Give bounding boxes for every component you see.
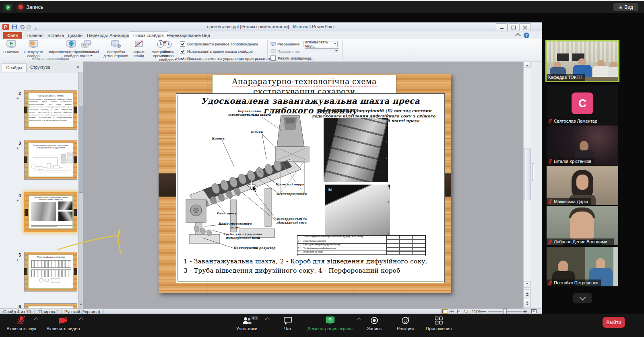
start-video-label: Включить видео [46, 326, 80, 331]
participant-video-svyatoslav[interactable]: C Святослав Лементар [547, 85, 618, 125]
slide-canvas[interactable]: Апараратурно-технологічна схема екстрагу… [159, 74, 451, 293]
participant-name: Кафедра ТОКТП [547, 74, 585, 81]
minimize-ribbon-icon[interactable] [515, 33, 521, 39]
tab-outline[interactable]: Структура [27, 63, 54, 71]
muted-mic-icon [548, 119, 552, 123]
participant-video-lobanov[interactable]: Лобанов Денис Володими... [547, 206, 618, 245]
show-on-select[interactable] [305, 48, 339, 54]
checkbox-use-timings[interactable]: Использовать время показа слайдов [180, 49, 253, 54]
main-scrollbar[interactable] [523, 62, 530, 308]
start-video-button[interactable]: Включить видео [45, 316, 81, 331]
slide-content-box[interactable]: Удосконалена завантажувальна шахта преса… [176, 93, 445, 283]
zoom-in-icon[interactable] [523, 310, 527, 313]
slideshow-view-button[interactable] [463, 309, 470, 314]
zoom-slider[interactable] [488, 311, 522, 312]
resolution-row: Разрешение: Использовать текущ... [270, 41, 338, 47]
powerpoint-window: P презентація.ppt [Режим совместимости] … [0, 23, 542, 314]
custom-slideshow-button[interactable]: Произвольный показ [72, 40, 101, 58]
thumbnail-content: Апараратурно-технологічна схема екстрагу… [29, 195, 73, 229]
participant-name: Постойко Петреченко [547, 279, 601, 286]
reading-view-button[interactable] [456, 309, 462, 314]
unmute-button[interactable]: Включить звук [4, 316, 39, 331]
participant-video-dariya[interactable]: Макіївська Дарія [547, 166, 618, 205]
animation-star-icon [16, 97, 19, 101]
record-clock-icon [163, 40, 173, 49]
muted-mic-icon [548, 239, 552, 244]
panel-scroll-down-icon[interactable] [79, 304, 83, 307]
zoom-out-icon[interactable] [482, 311, 486, 312]
monitor-slide-icon [28, 40, 39, 49]
slide-thumbnail-6[interactable]: Схема автоматизації бурякопереробного ві… [24, 303, 77, 308]
animation-star-icon [16, 199, 19, 203]
previous-slide-button[interactable] [524, 289, 530, 298]
thumb-title: Актуальність теми [29, 94, 73, 97]
slide-clip [25, 209, 28, 216]
close-panel-icon[interactable]: ✕ [75, 64, 80, 70]
checkbox-play-narration[interactable]: Воспроизвести речевое сопровождение [180, 41, 258, 47]
reactions-button[interactable]: Реакции [394, 316, 417, 331]
show-on-monitor-icon [270, 49, 276, 53]
close-button[interactable] [519, 23, 531, 31]
screen: Запись Вид P презентація.ppt [Режим совм… [0, 0, 644, 337]
view-button-label: Вид [624, 4, 633, 10]
tab-slides-thumbnails[interactable]: Слайды [2, 63, 27, 72]
scroll-down-button[interactable] [524, 281, 530, 288]
slide-editor-area: Апараратурно-технологічна схема екстрагу… [83, 62, 523, 308]
help-icon[interactable]: ? [524, 33, 529, 38]
maximize-button[interactable] [508, 23, 519, 31]
slide-sorter-view-button[interactable] [448, 309, 455, 314]
participant-video-kafedra[interactable]: Кафедра ТОКТП [547, 41, 618, 81]
view-button[interactable]: Вид [613, 3, 638, 11]
share-options-chevron-icon[interactable] [357, 317, 361, 322]
grid-view-icon [619, 6, 622, 9]
collapse-participants-button[interactable] [573, 293, 592, 303]
participant-video-vitaliy[interactable]: Віталій Крістенков [547, 125, 618, 165]
smiley-icon [401, 316, 410, 325]
chat-button[interactable]: Чат [279, 316, 297, 331]
share-screen-icon [325, 316, 335, 325]
slide-legend-text: 1 - Завантажувальна шахта, 2 - Короб для… [184, 257, 430, 276]
group-separator [342, 40, 343, 60]
fit-to-window-icon[interactable] [531, 309, 537, 313]
scroll-up-button[interactable] [524, 62, 530, 68]
scrollbar-thumb[interactable] [524, 148, 530, 200]
participant-video-postoiko[interactable]: Постойко Петреченко [547, 247, 618, 286]
slide-thumbnail-4-selected[interactable]: Апараратурно-технологічна схема екстрагу… [24, 192, 77, 232]
drawing-label: Фільтрувальні та підкладочні сита [272, 218, 311, 224]
slide-number: 5 [14, 253, 21, 257]
share-screen-button[interactable]: Демонстрация экрана [304, 316, 356, 331]
from-start-button[interactable]: С начала [2, 40, 20, 54]
next-slide-button[interactable] [524, 299, 530, 308]
leave-meeting-button[interactable]: Выйти [603, 317, 625, 328]
participants-button[interactable]: 13 Участники [231, 316, 262, 331]
minimize-button[interactable] [496, 23, 508, 31]
slide-clip-left [159, 173, 178, 197]
slide-thumbnail-2[interactable]: Актуальність теми Метою проекту є підвищ… [24, 90, 77, 130]
muted-mic-icon [548, 159, 552, 164]
participants-options-chevron-icon[interactable] [265, 317, 269, 322]
normal-view-button[interactable] [441, 309, 448, 314]
tab-file[interactable]: Файл [3, 32, 22, 39]
show-on-row: Показать на: [270, 48, 339, 54]
chat-label: Чат [284, 326, 291, 331]
drawing-label: Труба для підведення жомопресової води [221, 233, 264, 240]
hide-slide-button[interactable]: Скрыть слайд [130, 40, 148, 58]
tab-view[interactable]: Вид [198, 32, 214, 39]
slide-thumbnail-3[interactable]: Апаратурно-технологічна схема сокодобувн… [24, 140, 77, 180]
record-button[interactable]: Запись [364, 316, 384, 331]
checkbox-label: Воспроизвести речевое сопровождение [187, 42, 258, 46]
muted-mic-icon [548, 199, 552, 204]
security-shield-button[interactable] [3, 3, 13, 12]
zoom-top-bar: Запись Вид [0, 0, 644, 13]
checkbox-icon [180, 49, 185, 54]
ppt-title-bar[interactable]: P презентація.ppt [Режим совместимости] … [0, 23, 542, 32]
thumb-title: Прес глибокого віджиму [29, 256, 73, 258]
sidebar-resize-handle[interactable] [532, 163, 534, 181]
slide-thumbnail-5[interactable]: Прес глибокого віджиму [24, 252, 77, 292]
apps-button[interactable]: Приложения [423, 316, 455, 331]
from-current-slide-button[interactable]: С текущего слайда [21, 40, 46, 58]
resolution-select[interactable]: Использовать текущ... [303, 41, 338, 47]
setup-slideshow-button[interactable]: Настройка демонстрации [103, 40, 129, 58]
avatar: C [572, 92, 593, 114]
setup-monitor-icon [111, 40, 121, 49]
